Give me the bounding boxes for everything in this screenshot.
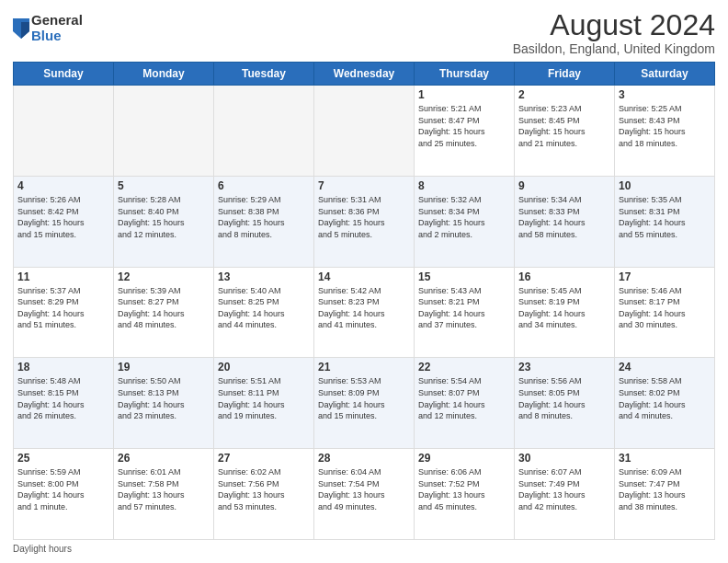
- calendar-day-cell: 5Sunrise: 5:28 AM Sunset: 8:40 PM Daylig…: [114, 176, 214, 267]
- calendar-day-cell: 7Sunrise: 5:31 AM Sunset: 8:36 PM Daylig…: [314, 176, 415, 267]
- day-info: Sunrise: 5:42 AM Sunset: 8:23 PM Dayligh…: [318, 285, 410, 331]
- day-info: Sunrise: 5:46 AM Sunset: 8:17 PM Dayligh…: [619, 285, 711, 331]
- day-info: Sunrise: 5:31 AM Sunset: 8:36 PM Dayligh…: [318, 194, 410, 240]
- calendar-day-cell: 16Sunrise: 5:45 AM Sunset: 8:19 PM Dayli…: [515, 267, 615, 358]
- day-number: 7: [318, 179, 410, 192]
- calendar-day-header: Saturday: [615, 63, 715, 86]
- logo-blue: Blue: [31, 29, 83, 44]
- day-info: Sunrise: 5:43 AM Sunset: 8:21 PM Dayligh…: [418, 285, 510, 331]
- calendar-day-cell: 27Sunrise: 6:02 AM Sunset: 7:56 PM Dayli…: [214, 449, 314, 540]
- day-number: 18: [17, 361, 109, 373]
- calendar-day-cell: 25Sunrise: 5:59 AM Sunset: 8:00 PM Dayli…: [14, 449, 114, 540]
- day-number: 29: [418, 452, 510, 465]
- day-info: Sunrise: 5:32 AM Sunset: 8:34 PM Dayligh…: [418, 194, 510, 240]
- calendar-day-cell: 1Sunrise: 5:21 AM Sunset: 8:47 PM Daylig…: [415, 86, 515, 177]
- calendar-day-cell: 6Sunrise: 5:29 AM Sunset: 8:38 PM Daylig…: [214, 176, 314, 267]
- day-number: 23: [518, 361, 610, 373]
- day-info: Sunrise: 6:04 AM Sunset: 7:54 PM Dayligh…: [318, 466, 410, 512]
- logo-text: General Blue: [31, 13, 83, 43]
- day-number: 19: [118, 361, 210, 373]
- calendar-day-header: Tuesday: [214, 63, 314, 86]
- day-number: 8: [418, 179, 510, 192]
- day-info: Sunrise: 5:50 AM Sunset: 8:13 PM Dayligh…: [118, 375, 210, 421]
- calendar-day-cell: [314, 86, 415, 177]
- day-info: Sunrise: 5:26 AM Sunset: 8:42 PM Dayligh…: [17, 194, 109, 240]
- calendar-day-cell: [114, 86, 214, 177]
- day-number: 15: [418, 270, 510, 283]
- day-number: 2: [518, 88, 610, 101]
- calendar-day-cell: 23Sunrise: 5:56 AM Sunset: 8:05 PM Dayli…: [515, 358, 615, 449]
- day-info: Sunrise: 5:23 AM Sunset: 8:45 PM Dayligh…: [518, 103, 610, 149]
- logo-general: General: [31, 13, 83, 29]
- calendar-week-row: 18Sunrise: 5:48 AM Sunset: 8:15 PM Dayli…: [14, 358, 715, 449]
- day-info: Sunrise: 5:39 AM Sunset: 8:27 PM Dayligh…: [118, 285, 210, 331]
- day-number: 20: [218, 361, 310, 373]
- day-info: Sunrise: 5:54 AM Sunset: 8:07 PM Dayligh…: [418, 375, 510, 421]
- calendar-day-cell: 13Sunrise: 5:40 AM Sunset: 8:25 PM Dayli…: [214, 267, 314, 358]
- calendar-day-header: Wednesday: [314, 63, 415, 86]
- calendar-day-header: Thursday: [415, 63, 515, 86]
- calendar-week-row: 25Sunrise: 5:59 AM Sunset: 8:00 PM Dayli…: [14, 449, 715, 540]
- day-info: Sunrise: 5:45 AM Sunset: 8:19 PM Dayligh…: [518, 285, 610, 331]
- calendar-day-cell: 12Sunrise: 5:39 AM Sunset: 8:27 PM Dayli…: [114, 267, 214, 358]
- day-number: 26: [118, 452, 210, 465]
- calendar-day-cell: 9Sunrise: 5:34 AM Sunset: 8:33 PM Daylig…: [515, 176, 615, 267]
- day-info: Sunrise: 6:02 AM Sunset: 7:56 PM Dayligh…: [218, 466, 310, 512]
- footer-note: Daylight hours: [13, 544, 715, 554]
- day-info: Sunrise: 5:48 AM Sunset: 8:15 PM Dayligh…: [17, 375, 109, 421]
- logo: General Blue: [13, 13, 83, 43]
- calendar-day-cell: 21Sunrise: 5:53 AM Sunset: 8:09 PM Dayli…: [314, 358, 415, 449]
- title-block: August 2024 Basildon, England, United Ki…: [513, 9, 715, 56]
- calendar-day-header: Friday: [515, 63, 615, 86]
- day-number: 17: [619, 270, 711, 283]
- day-number: 14: [318, 270, 410, 283]
- day-number: 13: [218, 270, 310, 283]
- day-number: 12: [118, 270, 210, 283]
- day-number: 6: [218, 179, 310, 192]
- calendar-day-cell: 29Sunrise: 6:06 AM Sunset: 7:52 PM Dayli…: [415, 449, 515, 540]
- day-number: 30: [518, 452, 610, 465]
- day-number: 16: [518, 270, 610, 283]
- calendar-day-header: Monday: [114, 63, 214, 86]
- day-number: 27: [218, 452, 310, 465]
- calendar-day-cell: 17Sunrise: 5:46 AM Sunset: 8:17 PM Dayli…: [615, 267, 715, 358]
- day-number: 24: [619, 361, 711, 373]
- logo-icon: [13, 18, 29, 39]
- day-info: Sunrise: 5:34 AM Sunset: 8:33 PM Dayligh…: [518, 194, 610, 240]
- subtitle: Basildon, England, United Kingdom: [513, 41, 715, 56]
- day-info: Sunrise: 5:59 AM Sunset: 8:00 PM Dayligh…: [17, 466, 109, 512]
- day-number: 10: [619, 179, 711, 192]
- day-info: Sunrise: 6:01 AM Sunset: 7:58 PM Dayligh…: [118, 466, 210, 512]
- calendar-day-cell: 31Sunrise: 6:09 AM Sunset: 7:47 PM Dayli…: [615, 449, 715, 540]
- day-info: Sunrise: 5:40 AM Sunset: 8:25 PM Dayligh…: [218, 285, 310, 331]
- calendar-day-cell: 22Sunrise: 5:54 AM Sunset: 8:07 PM Dayli…: [415, 358, 515, 449]
- day-info: Sunrise: 5:37 AM Sunset: 8:29 PM Dayligh…: [17, 285, 109, 331]
- day-info: Sunrise: 5:35 AM Sunset: 8:31 PM Dayligh…: [619, 194, 711, 240]
- day-number: 1: [418, 88, 510, 101]
- calendar-day-cell: 18Sunrise: 5:48 AM Sunset: 8:15 PM Dayli…: [14, 358, 114, 449]
- day-number: 5: [118, 179, 210, 192]
- day-number: 9: [518, 179, 610, 192]
- day-info: Sunrise: 5:29 AM Sunset: 8:38 PM Dayligh…: [218, 194, 310, 240]
- day-info: Sunrise: 6:07 AM Sunset: 7:49 PM Dayligh…: [518, 466, 610, 512]
- calendar-day-cell: 19Sunrise: 5:50 AM Sunset: 8:13 PM Dayli…: [114, 358, 214, 449]
- svg-marker-1: [21, 22, 29, 39]
- calendar-day-cell: 11Sunrise: 5:37 AM Sunset: 8:29 PM Dayli…: [14, 267, 114, 358]
- day-info: Sunrise: 5:53 AM Sunset: 8:09 PM Dayligh…: [318, 375, 410, 421]
- day-info: Sunrise: 6:06 AM Sunset: 7:52 PM Dayligh…: [418, 466, 510, 512]
- calendar-day-cell: 2Sunrise: 5:23 AM Sunset: 8:45 PM Daylig…: [515, 86, 615, 177]
- day-number: 28: [318, 452, 410, 465]
- day-info: Sunrise: 5:56 AM Sunset: 8:05 PM Dayligh…: [518, 375, 610, 421]
- day-number: 11: [17, 270, 109, 283]
- calendar-day-cell: 15Sunrise: 5:43 AM Sunset: 8:21 PM Dayli…: [415, 267, 515, 358]
- day-number: 21: [318, 361, 410, 373]
- calendar-day-cell: 30Sunrise: 6:07 AM Sunset: 7:49 PM Dayli…: [515, 449, 615, 540]
- day-info: Sunrise: 5:21 AM Sunset: 8:47 PM Dayligh…: [418, 103, 510, 149]
- calendar-day-cell: 28Sunrise: 6:04 AM Sunset: 7:54 PM Dayli…: [314, 449, 415, 540]
- day-number: 3: [619, 88, 711, 101]
- daylight-hours-label: Daylight hours: [13, 544, 72, 554]
- day-info: Sunrise: 5:28 AM Sunset: 8:40 PM Dayligh…: [118, 194, 210, 240]
- day-number: 4: [17, 179, 109, 192]
- calendar-day-cell: 10Sunrise: 5:35 AM Sunset: 8:31 PM Dayli…: [615, 176, 715, 267]
- calendar-day-cell: [14, 86, 114, 177]
